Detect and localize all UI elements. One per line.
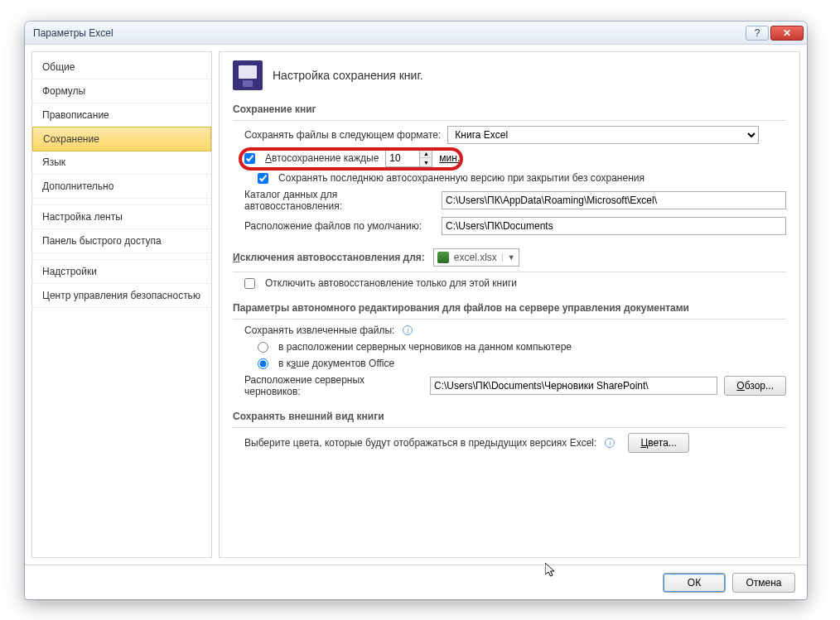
spin-down[interactable]: ▼	[420, 158, 432, 166]
section-save-books: Сохранение книг	[233, 99, 786, 121]
section-appearance: Сохранять внешний вид книги	[233, 406, 786, 428]
content-panel: Настройка сохранения книг. Сохранение кн…	[219, 51, 800, 558]
sidebar-item-formulas[interactable]: Формулы	[32, 79, 211, 103]
autorecover-dir-input[interactable]	[442, 191, 786, 209]
content-header: Настройка сохранения книг.	[233, 60, 786, 90]
window-title: Параметры Excel	[33, 27, 744, 39]
category-sidebar: Общие Формулы Правописание Сохранение Яз…	[31, 51, 212, 558]
sidebar-item-trust-center[interactable]: Центр управления безопасностью	[32, 284, 211, 308]
spin-up[interactable]: ▲	[420, 150, 432, 158]
sidebar-separator	[32, 253, 211, 260]
dialog-footer: ОК Отмена	[25, 565, 807, 599]
choose-colors-label: Выберите цвета, которые будут отображать…	[244, 437, 596, 449]
sidebar-item-addins[interactable]: Надстройки	[32, 260, 211, 284]
excel-icon	[437, 252, 449, 263]
server-drafts-dir-label: Расположение серверных черновиков:	[244, 374, 423, 397]
help-button[interactable]: ?	[746, 26, 769, 41]
section-exceptions: Исключения автовосстановления для: excel…	[233, 243, 786, 272]
server-drafts-radio-label: в расположении серверных черновиков на д…	[278, 341, 572, 353]
info-icon[interactable]: i	[605, 438, 615, 448]
sidebar-item-qat[interactable]: Панель быстрого доступа	[32, 229, 211, 253]
options-dialog: Параметры Excel ? ✕ Общие Формулы Правоп…	[25, 22, 807, 599]
format-label: Сохранять файлы в следующем формате:	[244, 129, 441, 141]
exceptions-file-name: excel.xlsx	[454, 252, 497, 263]
office-cache-radio[interactable]	[258, 358, 268, 369]
sidebar-item-advanced[interactable]: Дополнительно	[32, 175, 211, 199]
sidebar-item-ribbon[interactable]: Настройка ленты	[32, 205, 211, 229]
server-drafts-radio[interactable]	[258, 342, 268, 353]
disable-autorecover-label: Отключить автовосстановление только для …	[265, 277, 517, 289]
client-area: Общие Формулы Правописание Сохранение Яз…	[25, 45, 807, 565]
keep-last-autosave-checkbox[interactable]	[258, 173, 268, 184]
colors-button[interactable]: Цвета...	[628, 433, 688, 453]
server-drafts-dir-input[interactable]	[430, 377, 717, 395]
autosave-checkbox[interactable]	[244, 153, 255, 164]
autorecover-dir-label: Каталог данных для автовосстановления:	[244, 189, 435, 212]
save-checked-out-label: Сохранять извлеченные файлы:	[244, 324, 394, 336]
office-cache-radio-label: в кэше документов Office	[278, 358, 394, 369]
format-select[interactable]: Книга Excel	[447, 126, 759, 144]
autosave-unit: мин.	[439, 152, 460, 164]
default-dir-input[interactable]	[442, 217, 786, 235]
sidebar-separator	[32, 199, 211, 205]
browse-button[interactable]: Обзор...	[724, 376, 786, 396]
disable-autorecover-checkbox[interactable]	[244, 278, 255, 289]
exceptions-file-dropdown[interactable]: excel.xlsx ▼	[433, 248, 519, 267]
cancel-button[interactable]: Отмена	[732, 573, 795, 593]
sidebar-item-save[interactable]: Сохранение	[32, 127, 211, 151]
content-title: Настройка сохранения книг.	[273, 69, 423, 82]
info-icon[interactable]: i	[403, 325, 413, 335]
ok-button[interactable]: ОК	[663, 573, 726, 593]
chevron-down-icon: ▼	[502, 253, 515, 262]
default-dir-label: Расположение файлов по умолчанию:	[244, 220, 435, 232]
titlebar: Параметры Excel ? ✕	[25, 22, 807, 45]
sidebar-item-general[interactable]: Общие	[32, 55, 211, 79]
autosave-interval-spinner[interactable]: ▲▼	[385, 149, 432, 167]
sidebar-item-proofing[interactable]: Правописание	[32, 103, 211, 127]
autosave-interval-input[interactable]	[386, 150, 419, 166]
save-icon	[233, 60, 263, 90]
close-button[interactable]: ✕	[770, 26, 804, 41]
autosave-label: Автосохранение каждые	[265, 152, 379, 164]
sidebar-item-language[interactable]: Язык	[32, 151, 211, 175]
keep-last-autosave-label: Сохранять последнюю автосохраненную верс…	[278, 172, 644, 184]
section-offline: Параметры автономного редактирования для…	[233, 297, 786, 320]
